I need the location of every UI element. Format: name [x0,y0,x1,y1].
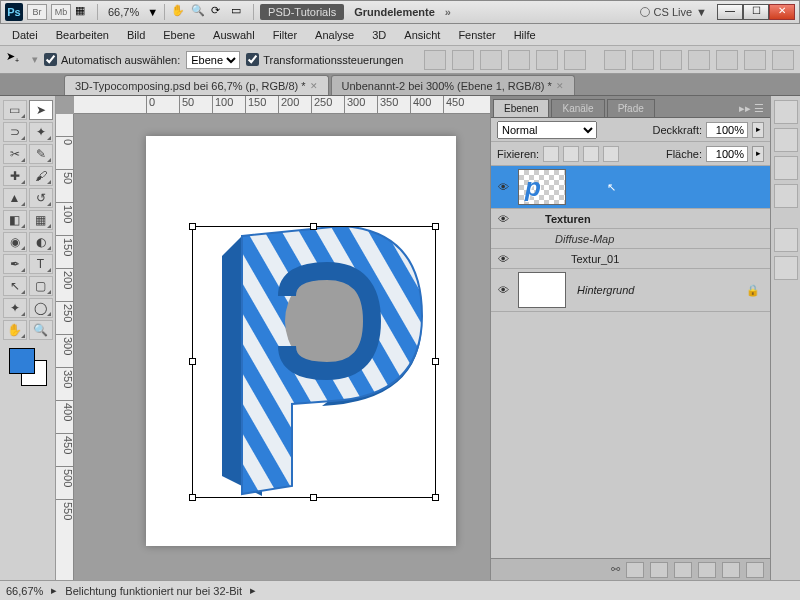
status-zoom[interactable]: 66,67% [6,585,43,597]
stamp-tool[interactable]: ▲ [3,188,27,208]
link-icon[interactable]: ⚯ [611,563,620,576]
panel-icon-3d[interactable] [774,184,798,208]
align-button[interactable] [452,50,474,70]
handle-ml[interactable] [189,358,196,365]
panel-icon-history[interactable] [774,228,798,252]
menu-filter[interactable]: Filter [265,26,305,44]
layer-thumb[interactable]: p [518,169,566,205]
menu-auswahl[interactable]: Auswahl [205,26,263,44]
opacity-flyout[interactable]: ▸ [752,122,764,138]
lock-transparency-icon[interactable] [543,146,559,162]
marquee-tool[interactable]: ▭ [3,100,27,120]
layer-textur01[interactable]: 👁 Textur_01 [491,249,770,269]
lock-pixels-icon[interactable] [563,146,579,162]
handle-mr[interactable] [432,358,439,365]
transform-controls-checkbox[interactable]: Transformationssteuerungen [246,53,403,66]
menu-analyse[interactable]: Analyse [307,26,362,44]
eye-icon[interactable]: 👁 [491,213,515,225]
transform-bounding-box[interactable] [192,226,436,498]
distribute-button[interactable] [604,50,626,70]
handle-tr[interactable] [432,223,439,230]
workspace-tag[interactable]: PSD-Tutorials [260,4,344,20]
align-button[interactable] [424,50,446,70]
group-button[interactable] [698,562,716,578]
canvas-area[interactable]: 0 50 100 150 200 250 300 350 400 450 0 5… [56,96,490,580]
mask-button[interactable] [650,562,668,578]
layout-icon[interactable]: ▦ [75,4,91,20]
pen-tool[interactable]: ✒ [3,254,27,274]
distribute-button[interactable] [688,50,710,70]
panel-icon-color[interactable] [774,100,798,124]
auto-align-button[interactable] [772,50,794,70]
doc-tab-1[interactable]: 3D-Typocomposing.psd bei 66,7% (p, RGB/8… [64,75,329,95]
crop-tool[interactable]: ✂ [3,144,27,164]
eye-icon[interactable]: 👁 [491,181,515,193]
menu-bearbeiten[interactable]: Bearbeiten [48,26,117,44]
trash-button[interactable] [746,562,764,578]
menu-datei[interactable]: Datei [4,26,46,44]
heal-tool[interactable]: ✚ [3,166,27,186]
3d-camera-tool[interactable]: ◯ [29,298,53,318]
shape-tool[interactable]: ▢ [29,276,53,296]
lock-all-icon[interactable] [603,146,619,162]
history-brush-tool[interactable]: ↺ [29,188,53,208]
distribute-button[interactable] [660,50,682,70]
eyedropper-tool[interactable]: ✎ [29,144,53,164]
panel-icon-actions[interactable] [774,256,798,280]
layer-texturen[interactable]: 👁 Texturen [491,209,770,229]
menu-bild[interactable]: Bild [119,26,153,44]
status-info-icon[interactable]: ▸ [51,584,57,597]
fg-color[interactable] [9,348,35,374]
eye-icon[interactable]: 👁 [491,253,515,265]
adjustment-button[interactable] [674,562,692,578]
align-button[interactable] [480,50,502,70]
menu-ansicht[interactable]: Ansicht [396,26,448,44]
fill-flyout[interactable]: ▸ [752,146,764,162]
layer-diffusemap[interactable]: Diffuse-Map [491,229,770,249]
new-layer-button[interactable] [722,562,740,578]
zoom-readout[interactable]: 66,7% [104,4,143,20]
menu-fenster[interactable]: Fenster [450,26,503,44]
handle-tm[interactable] [310,223,317,230]
align-button[interactable] [564,50,586,70]
panel-icon-text[interactable] [774,128,798,152]
handle-bl[interactable] [189,494,196,501]
move-tool[interactable]: ➤ [29,100,53,120]
close-tab-icon[interactable]: ✕ [556,81,564,91]
blend-mode-select[interactable]: Normal [497,121,597,139]
distribute-button[interactable] [744,50,766,70]
color-swatches[interactable] [9,348,47,386]
tab-ebenen[interactable]: Ebenen [493,99,549,117]
status-flyout[interactable]: ▸ [250,584,256,597]
close-tab-icon[interactable]: ✕ [310,81,318,91]
menu-ebene[interactable]: Ebene [155,26,203,44]
layer-thumb[interactable] [518,272,566,308]
type-tool[interactable]: T [29,254,53,274]
handle-bm[interactable] [310,494,317,501]
eye-icon[interactable]: 👁 [491,284,515,296]
gradient-tool[interactable]: ▦ [29,210,53,230]
zoom-tool[interactable]: 🔍 [29,320,53,340]
lock-position-icon[interactable] [583,146,599,162]
layer-hintergrund[interactable]: 👁 Hintergrund 🔒 [491,269,770,312]
dodge-tool[interactable]: ◐ [29,232,53,252]
blur-tool[interactable]: ◉ [3,232,27,252]
brush-tool[interactable]: 🖌 [29,166,53,186]
auto-select-target[interactable]: Ebene [186,51,240,69]
distribute-button[interactable] [632,50,654,70]
maximize-button[interactable]: ☐ [743,4,769,20]
wand-tool[interactable]: ✦ [29,122,53,142]
minimize-button[interactable]: — [717,4,743,20]
auto-select-checkbox[interactable]: Automatisch auswählen: [44,53,180,66]
workspace-name[interactable]: Grundelemente [354,6,435,18]
hand-tool[interactable]: ✋ [3,320,27,340]
bridge-button[interactable]: Br [27,4,47,20]
fx-button[interactable] [626,562,644,578]
tab-kanaele[interactable]: Kanäle [551,99,604,117]
opacity-value[interactable]: 100% [706,122,748,138]
minibridge-button[interactable]: Mb [51,4,71,20]
fill-value[interactable]: 100% [706,146,748,162]
align-button[interactable] [536,50,558,70]
zoom-icon[interactable]: 🔍 [191,4,207,20]
tab-pfade[interactable]: Pfade [607,99,655,117]
